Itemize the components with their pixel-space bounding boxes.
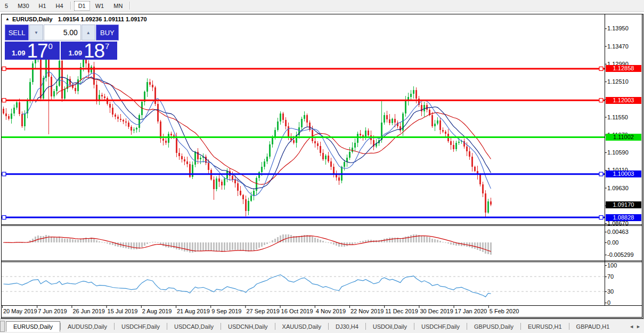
volume-input[interactable] xyxy=(44,25,81,40)
sell-price-display[interactable]: 1.09 17 0 xyxy=(5,42,60,60)
symbol-tab-usdchf-daily[interactable]: USDCHF,Daily xyxy=(115,322,167,331)
candles xyxy=(3,53,492,217)
one-click-trading-panel: SELL ▼ ▲ BUY 1.09 17 0 1.09 18 7 xyxy=(5,25,119,60)
volume-decrease-button[interactable]: ▼ xyxy=(29,25,43,40)
timeframe-button-mn[interactable]: MN xyxy=(109,1,127,11)
buy-price-point: 7 xyxy=(105,42,109,51)
timeframe-button-5[interactable]: 5 xyxy=(1,1,12,11)
symbol-tab-audusd-daily[interactable]: AUDUSD,Daily xyxy=(61,322,114,331)
macd-histogram xyxy=(3,234,492,255)
chart-title: ▲ EURUSD,Daily 1.09154 1.09236 1.09111 1… xyxy=(5,15,147,22)
tab-scroll-left-icon[interactable]: ◄ xyxy=(629,324,634,329)
tabbar-edge-notch xyxy=(0,321,5,332)
sell-button[interactable]: SELL xyxy=(5,25,29,40)
toolbar-separator xyxy=(129,2,131,10)
buy-price-display[interactable]: 1.09 18 7 xyxy=(61,42,117,60)
symbol-tab-usdcnh-daily[interactable]: USDCNH,Daily xyxy=(221,322,275,331)
buy-price-base: 1.09 xyxy=(69,49,82,57)
toolbar-separator xyxy=(70,2,71,10)
symbol-tab-eurusd-h1[interactable]: EURUSD,H1 xyxy=(521,322,569,331)
symbol-tabbar: EURUSD,DailyAUDUSD,DailyUSDCHF,DailyUSDC… xyxy=(0,319,644,333)
symbol-tab-usdcad-daily[interactable]: USDCAD,Daily xyxy=(167,322,221,331)
timeframe-button-m30[interactable]: M30 xyxy=(13,1,33,11)
chart-ohlc-values: 1.09154 1.09236 1.09111 1.09170 xyxy=(58,16,147,22)
macd-signal-line xyxy=(4,236,491,251)
timeframe-button-h1[interactable]: H1 xyxy=(35,1,51,11)
symbol-tab-usdoil-daily[interactable]: USDOil,Daily xyxy=(366,322,414,331)
symbol-tab-gbpusd-daily[interactable]: GBPUSD,Daily xyxy=(467,322,520,331)
sell-price-pips: 17 xyxy=(27,43,47,59)
sell-price-base: 1.09 xyxy=(12,49,25,57)
chart-symbol-label: EURUSD,Daily xyxy=(12,16,53,22)
rsi-line xyxy=(4,275,491,297)
tab-scroll-nav: ◄► xyxy=(629,324,644,329)
symbol-tab-eurusd-daily[interactable]: EURUSD,Daily xyxy=(6,321,60,332)
sell-price-point: 0 xyxy=(48,42,53,51)
collapse-panel-icon[interactable]: ▲ xyxy=(5,17,10,21)
horizontal-level-lines[interactable] xyxy=(2,67,605,219)
volume-increase-button[interactable]: ▲ xyxy=(81,25,95,40)
buy-button[interactable]: BUY xyxy=(96,25,119,40)
timeframe-button-d1[interactable]: D1 xyxy=(74,1,90,11)
symbol-tab-dj30-h4[interactable]: DJ30,H4 xyxy=(329,322,365,331)
timeframe-toolbar: 5M30H1H4D1W1MN xyxy=(0,0,644,12)
symbol-tab-usdchf-daily[interactable]: USDCHF,Daily xyxy=(414,322,467,331)
timeframe-button-h4[interactable]: H4 xyxy=(52,1,68,11)
symbol-tab-xauusd-daily[interactable]: XAUUSD,Daily xyxy=(275,322,328,331)
symbol-tab-gbpaud-h1[interactable]: GBPAUD,H1 xyxy=(569,322,617,331)
buy-price-pips: 18 xyxy=(84,43,104,59)
tab-scroll-right-icon[interactable]: ► xyxy=(636,324,641,329)
timeframe-button-w1[interactable]: W1 xyxy=(91,1,109,11)
